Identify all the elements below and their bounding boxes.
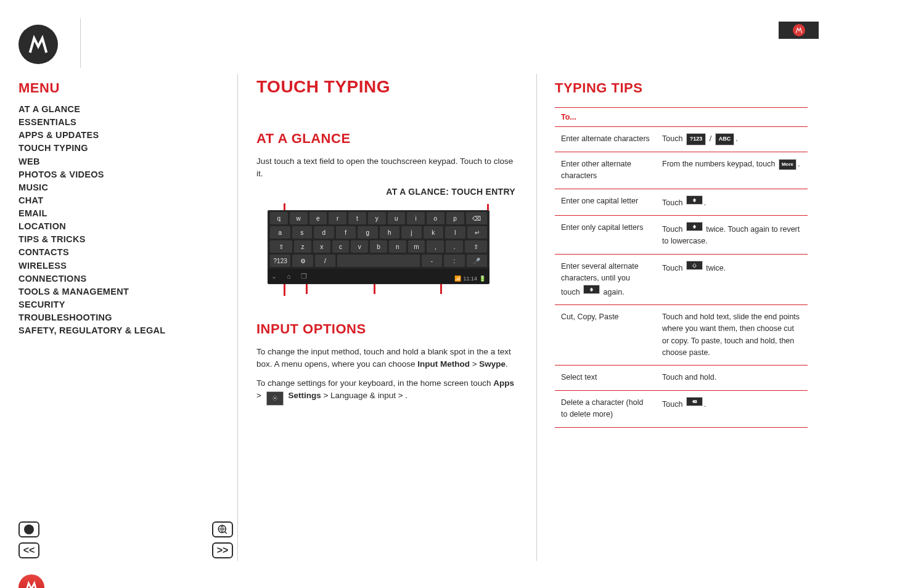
keyboard-key[interactable]: a bbox=[270, 226, 290, 239]
footer-nav: << >> bbox=[18, 521, 233, 558]
keyboard-key[interactable]: , bbox=[427, 240, 444, 253]
keyboard-key[interactable]: e bbox=[309, 212, 327, 224]
keyboard-key[interactable]: b bbox=[370, 240, 387, 253]
globe-button[interactable] bbox=[212, 521, 233, 537]
keyboard-key[interactable]: d bbox=[314, 226, 334, 239]
keyboard-key[interactable]: v bbox=[351, 240, 368, 253]
table-cell: Enter several alternate characters, unti… bbox=[555, 254, 656, 304]
keyboard-key[interactable]: ?123 bbox=[270, 255, 290, 267]
table-cell: Touch twice. bbox=[656, 254, 808, 304]
section-title: INPUT OPTIONS bbox=[256, 321, 515, 337]
keyboard-key[interactable]: : bbox=[444, 255, 464, 267]
section-body: To change the input method, touch and ho… bbox=[256, 346, 515, 370]
keyboard-key[interactable]: n bbox=[389, 240, 406, 253]
up-filled-icon bbox=[583, 285, 600, 294]
menu-item[interactable]: TOUCH TYPING bbox=[18, 142, 216, 153]
inline-key: ?123 bbox=[686, 133, 706, 145]
keyboard-key[interactable]: g bbox=[358, 226, 378, 239]
keyboard-key[interactable]: z bbox=[294, 240, 311, 253]
keyboard-key[interactable]: u bbox=[388, 212, 406, 224]
keyboard-key[interactable]: c bbox=[332, 240, 350, 253]
keyboard-key[interactable]: f bbox=[336, 226, 356, 239]
table-row: Delete a character (hold to delete more)… bbox=[555, 390, 808, 427]
table-cell: Touch twice. Touch again to revert to lo… bbox=[656, 216, 808, 255]
table-cell: Touch ?123 / ABC. bbox=[656, 127, 808, 152]
menu-item[interactable]: ESSENTIALS bbox=[18, 116, 216, 128]
table-header: To... bbox=[555, 108, 656, 127]
menu-item[interactable]: PHOTOS & VIDEOS bbox=[18, 169, 216, 180]
keyboard-figure: qwertyuiop⌫ asdfghjkl↵ ⇧zxcvbnm,.⇧ ?123⚙… bbox=[256, 210, 500, 296]
table-cell: Touch . bbox=[656, 390, 808, 427]
table-cell: Enter other alternate characters bbox=[555, 152, 656, 189]
motorola-logo bbox=[18, 25, 58, 64]
menu-item[interactable]: APPS & UPDATES bbox=[18, 129, 216, 141]
status-bar: 📶 11:14 🔋 bbox=[454, 276, 486, 282]
table-cell: Touch . bbox=[656, 189, 808, 215]
header-brand-strip bbox=[779, 22, 819, 39]
home-icon: ⌂ bbox=[287, 272, 291, 280]
keyboard-key[interactable]: t bbox=[348, 212, 366, 224]
keyboard-key[interactable]: r bbox=[329, 212, 346, 224]
keyboard-key[interactable]: x bbox=[313, 240, 330, 253]
gear-icon bbox=[266, 391, 284, 406]
table-row: Enter several alternate characters, unti… bbox=[555, 254, 808, 304]
recent-icon: ❐ bbox=[301, 272, 307, 280]
menu-title: MENU bbox=[18, 80, 216, 96]
keyboard-key[interactable]: i bbox=[407, 212, 425, 224]
table-cell: From the numbers keypad, touch More. bbox=[656, 152, 808, 189]
keyboard-key[interactable]: ⇧ bbox=[465, 240, 487, 253]
keyboard-key[interactable]: ⇧ bbox=[270, 240, 292, 253]
menu-item[interactable]: AT A GLANCE bbox=[18, 104, 216, 115]
motorola-icon bbox=[793, 24, 805, 36]
section-body: Just touch a text field to open the touc… bbox=[256, 155, 515, 179]
keyboard-key[interactable]: 🎤 bbox=[467, 255, 487, 267]
keyboard-key[interactable]: q bbox=[270, 212, 288, 224]
page-title: TOUCH TYPING bbox=[256, 77, 515, 97]
keyboard-key[interactable]: ⌫ bbox=[466, 212, 488, 224]
keyboard: qwertyuiop⌫ asdfghjkl↵ ⇧zxcvbnm,.⇧ ?123⚙… bbox=[268, 210, 489, 284]
keyboard-key[interactable]: / bbox=[315, 255, 335, 267]
menu-items: AT A GLANCEESSENTIALSAPPS & UPDATESTOUCH… bbox=[18, 104, 216, 336]
menu-sidebar: MENU AT A GLANCEESSENTIALSAPPS & UPDATES… bbox=[18, 80, 216, 338]
menu-item[interactable]: SECURITY bbox=[18, 299, 216, 310]
tips-panel: TYPING TIPS To... Enter alternate charac… bbox=[555, 80, 820, 428]
keyboard-key[interactable] bbox=[337, 255, 420, 267]
keyboard-key[interactable]: w bbox=[290, 212, 308, 224]
menu-item[interactable]: CONTACTS bbox=[18, 247, 216, 258]
menu-item[interactable]: EMAIL bbox=[18, 208, 216, 219]
menu-item[interactable]: MUSIC bbox=[18, 182, 216, 193]
menu-item[interactable]: CONNECTIONS bbox=[18, 273, 216, 284]
keyboard-key[interactable]: ↵ bbox=[467, 226, 488, 239]
keyboard-key[interactable]: p bbox=[446, 212, 464, 224]
table-cell: Enter only capital letters bbox=[555, 216, 656, 255]
keyboard-key[interactable]: . bbox=[446, 240, 463, 253]
table-cell: Cut, Copy, Paste bbox=[555, 304, 656, 365]
keyboard-key[interactable]: l bbox=[445, 226, 465, 239]
keyboard-key[interactable]: s bbox=[292, 226, 313, 239]
tips-table: To... Enter alternate charactersTouch ?1… bbox=[555, 107, 808, 428]
home-button[interactable] bbox=[18, 521, 39, 537]
up-filled-icon bbox=[686, 222, 703, 231]
menu-item[interactable]: LOCATION bbox=[18, 221, 216, 232]
next-page-button[interactable]: >> bbox=[212, 542, 233, 558]
up-outline-icon bbox=[686, 261, 703, 270]
keyboard-key[interactable]: ⚙ bbox=[292, 255, 313, 267]
menu-item[interactable]: TOOLS & MANAGEMENT bbox=[18, 286, 216, 297]
menu-item[interactable]: TROUBLESHOOTING bbox=[18, 312, 216, 323]
keyboard-key[interactable]: - bbox=[422, 255, 442, 267]
menu-item[interactable]: CHAT bbox=[18, 195, 216, 206]
keyboard-key[interactable]: j bbox=[401, 226, 422, 239]
prev-page-button[interactable]: << bbox=[18, 542, 39, 558]
keyboard-key[interactable]: o bbox=[427, 212, 444, 224]
keyboard-key[interactable]: h bbox=[380, 226, 400, 239]
menu-item[interactable]: WIRELESS bbox=[18, 260, 216, 271]
table-row: Cut, Copy, PasteTouch and hold text, sli… bbox=[555, 304, 808, 365]
menu-item[interactable]: TIPS & TRICKS bbox=[18, 234, 216, 245]
menu-item[interactable]: WEB bbox=[18, 156, 216, 167]
keyboard-key[interactable]: m bbox=[408, 240, 425, 253]
keyboard-key[interactable]: y bbox=[368, 212, 386, 224]
menu-item[interactable]: SAFETY, REGULATORY & LEGAL bbox=[18, 325, 216, 336]
divider bbox=[536, 74, 537, 561]
table-row: Select textTouch and hold. bbox=[555, 365, 808, 390]
keyboard-key[interactable]: k bbox=[424, 226, 444, 239]
